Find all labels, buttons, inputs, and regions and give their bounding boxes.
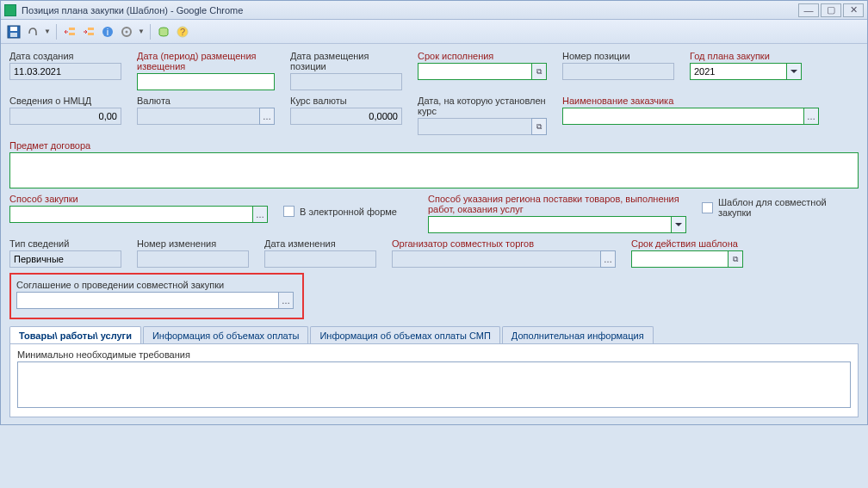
changedate-value <box>264 250 376 268</box>
changenum-value <box>137 250 249 268</box>
created-label: Дата создания <box>9 51 121 61</box>
method-picker[interactable]: … <box>9 206 268 223</box>
titlebar: Позиция плана закупки (Шаблон) - Google … <box>1 1 867 20</box>
svg-rect-4 <box>69 33 75 35</box>
tab-additional-info[interactable]: Дополнительная информация <box>502 326 654 343</box>
svg-rect-6 <box>88 33 94 35</box>
close-button[interactable]: ✕ <box>843 3 864 17</box>
tab-payment-volumes-smp[interactable]: Информация об объемах оплаты СМП <box>310 326 499 343</box>
currency-label: Валюта <box>137 96 275 106</box>
minreq-input[interactable] <box>17 361 851 408</box>
svg-rect-5 <box>88 28 94 30</box>
joint-tpl-label: Шаблон для совместной закупки <box>718 197 839 218</box>
minreq-label: Минимально необходимые требования <box>17 349 851 360</box>
changedate-label: Дата изменения <box>264 238 376 249</box>
deadline-label: Срок исполнения <box>418 51 547 61</box>
lookup-icon[interactable]: … <box>259 108 275 125</box>
save-icon[interactable] <box>6 24 22 40</box>
agreement-label: Соглашение о проведении совместной закуп… <box>16 280 294 290</box>
placed-label: Дата размещения позиции <box>290 51 402 71</box>
rate-value: 0,0000 <box>290 108 402 125</box>
organizer-label: Организатор совместных торгов <box>392 238 616 249</box>
posnum-value <box>562 63 674 80</box>
outdent-icon[interactable] <box>62 24 78 40</box>
lookup-icon[interactable]: … <box>252 206 268 223</box>
calendar-icon[interactable] <box>531 63 547 80</box>
svg-point-10 <box>125 30 127 33</box>
minimize-button[interactable]: — <box>798 3 819 17</box>
period-label: Дата (период) размещения извещения <box>137 51 275 71</box>
currency-picker[interactable]: … <box>137 108 275 125</box>
subject-input[interactable] <box>9 152 859 188</box>
svg-text:?: ? <box>180 27 185 37</box>
organizer-picker[interactable]: … <box>392 250 616 268</box>
lookup-icon[interactable]: … <box>803 108 819 125</box>
infotype-label: Тип сведений <box>9 238 121 249</box>
customer-picker[interactable]: … <box>562 108 819 125</box>
customer-label: Наименование заказчика <box>562 96 819 106</box>
planyear-label: Год плана закупки <box>690 51 802 61</box>
dropdown-caret-icon[interactable]: ▼ <box>138 28 145 35</box>
rate-label: Курс валюты <box>290 96 402 106</box>
dropdown-caret-icon[interactable]: ▼ <box>44 28 51 35</box>
nmcd-label: Сведения о НМЦД <box>9 96 121 106</box>
tab-payment-volumes[interactable]: Информация об объемах оплаты <box>143 326 308 343</box>
toolbar: ▼ i ▼ ? <box>1 20 867 44</box>
window-title: Позиция плана закупки (Шаблон) - Google … <box>22 5 798 15</box>
tab-strip: Товары\ работы\ услуги Информация об объ… <box>9 326 859 343</box>
calendar-icon[interactable] <box>728 250 743 268</box>
svg-text:i: i <box>107 27 108 37</box>
gear-icon[interactable] <box>119 24 134 40</box>
method-label: Способ закупки <box>9 194 268 204</box>
ratedate-picker[interactable] <box>418 118 547 135</box>
lookup-icon[interactable]: … <box>600 250 616 268</box>
attach-icon[interactable] <box>25 24 40 40</box>
svg-rect-2 <box>10 33 17 37</box>
infotype-value: Первичные <box>9 250 121 268</box>
database-icon[interactable] <box>156 24 171 40</box>
validity-label: Срок действия шаблона <box>631 238 743 249</box>
agreement-picker[interactable]: … <box>16 292 294 309</box>
svg-rect-1 <box>10 27 17 31</box>
deadline-picker[interactable] <box>418 63 547 80</box>
info-icon[interactable]: i <box>100 24 115 40</box>
nmcd-value: 0,00 <box>9 108 121 125</box>
planyear-select[interactable]: 2021 <box>690 63 802 80</box>
region-label: Способ указания региона поставки товаров… <box>428 194 686 214</box>
agreement-highlight-box: Соглашение о проведении совместной закуп… <box>9 273 304 319</box>
ratedate-label: Дата, на которую установлен курс <box>418 96 547 116</box>
placed-value <box>290 73 402 90</box>
chevron-down-icon[interactable] <box>786 63 802 80</box>
planyear-value: 2021 <box>690 63 786 80</box>
eform-label: В электронной форме <box>300 207 397 217</box>
posnum-label: Номер позиции <box>562 51 674 61</box>
calendar-icon[interactable] <box>531 118 547 135</box>
tab-body: Минимально необходимые требования <box>9 343 859 417</box>
chevron-down-icon[interactable] <box>671 216 686 233</box>
subject-label: Предмет договора <box>9 140 859 151</box>
changenum-label: Номер изменения <box>137 238 249 249</box>
eform-checkbox[interactable] <box>283 206 294 217</box>
maximize-button[interactable]: ▢ <box>821 3 841 17</box>
indent-icon[interactable] <box>81 24 96 40</box>
joint-tpl-checkbox[interactable] <box>702 202 713 213</box>
app-icon <box>4 4 16 16</box>
validity-picker[interactable] <box>631 250 743 268</box>
lookup-icon[interactable]: … <box>278 292 294 309</box>
period-input[interactable] <box>137 73 275 90</box>
region-select[interactable] <box>428 216 686 233</box>
help-icon[interactable]: ? <box>175 24 190 40</box>
tab-goods[interactable]: Товары\ работы\ услуги <box>9 326 141 343</box>
created-value: 11.03.2021 <box>9 63 121 80</box>
svg-rect-3 <box>69 28 75 30</box>
